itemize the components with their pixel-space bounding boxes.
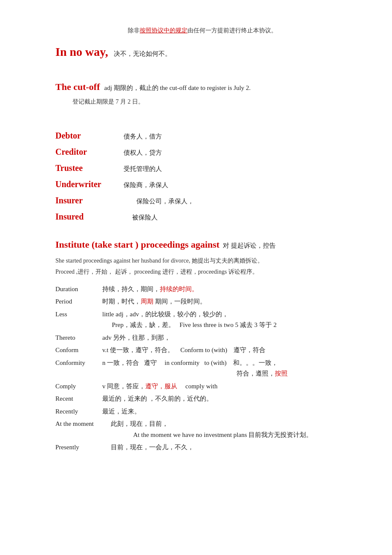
vocab-creditor-zh: 债权人，贷方: [124, 147, 162, 159]
dict-duration-key: Duration: [55, 284, 102, 295]
dict-conformity: Conformity n 一致，符合 遵守 in conformity to (…: [55, 358, 349, 379]
vocab-creditor-en: Creditor: [55, 145, 124, 159]
dict-period: Period 时期，时代，周期 期间，一段时间。: [55, 296, 349, 307]
phrase-cut-off-en: The cut-off: [55, 79, 100, 95]
dict-comply-red2: 服从: [164, 383, 177, 390]
vocab-underwriter-en: Underwriter: [55, 177, 124, 191]
phrase-cut-off-def: adj 期限的，截止的 the cut-off date to register…: [104, 83, 251, 94]
phrase-cut-off: The cut-off adj 期限的，截止的 the cut-off date…: [55, 79, 349, 107]
dict-less-val: little adj，adv，的比较级，较小的，较少的， Prep，减去，缺，差…: [102, 309, 349, 331]
vocab-debtor: Debtor 债务人，借方: [55, 128, 349, 143]
vocab-debtor-en: Debtor: [55, 128, 124, 143]
vocab-trustee: Trustee 受托管理的人: [55, 161, 349, 175]
dict-at-the-moment-key: At the moment: [55, 419, 111, 430]
dict-recent-val: 最近的，近来的 ，不久前的，近代的。: [102, 393, 349, 405]
dict-at-the-moment-val: 此刻，现在，目前， At the moment we have no inves…: [111, 419, 349, 440]
vocab-insurer-en: Insurer: [55, 193, 124, 208]
institute-example1: She started proceedings against her husb…: [55, 256, 349, 266]
vocab-trustee-en: Trustee: [55, 161, 124, 175]
dict-recent: Recent 最近的，近来的 ，不久前的，近代的。: [55, 393, 349, 405]
dict-presently-val: 目前，现在，一会儿，不久，: [111, 442, 349, 453]
vocab-underwriter-zh: 保险商，承保人: [124, 180, 168, 191]
top-note-link: 按照协议中的规定: [140, 27, 187, 34]
vocab-list: Debtor 债务人，借方 Creditor 债权人，贷方 Trustee 受托…: [55, 128, 349, 224]
top-note-suffix: 由任何一方提前进行终止本协议。: [187, 27, 277, 34]
dict-conform-key: Conform: [55, 345, 102, 356]
vocab-insured-en: Insured: [55, 209, 124, 224]
vocab-trustee-zh: 受托管理的人: [124, 164, 162, 175]
dict-thereto-key: Thereto: [55, 332, 102, 344]
dict-conform: Conform v.t 使一致，遵守，符合。 Conform to (with)…: [55, 345, 349, 356]
vocab-debtor-zh: 债务人，借方: [124, 131, 162, 142]
vocab-insurer-zh: 保险公司，承保人，: [136, 196, 194, 207]
top-note-prefix: 除非: [128, 27, 140, 34]
dict-recent-key: Recent: [55, 393, 102, 405]
dict-list: Duration 持续，持久，期间，持续的时间。 Period 时期，时代，周期…: [55, 284, 349, 453]
dict-at-the-moment: At the moment 此刻，现在，目前， At the moment we…: [55, 419, 349, 440]
institute-block: Institute (take start ) proceedings agai…: [55, 237, 349, 277]
dict-period-val: 时期，时代，周期 期间，一段时间。: [102, 296, 349, 307]
vocab-underwriter: Underwriter 保险商，承保人: [55, 177, 349, 191]
dict-conformity-key: Conformity: [55, 358, 102, 369]
dict-recently: Recently 最近，近来。: [55, 406, 349, 417]
phrase-in-no-way-en: In no way,: [55, 45, 108, 58]
vocab-creditor: Creditor 债权人，贷方: [55, 145, 349, 159]
vocab-insured: Insured 被保险人: [55, 209, 349, 224]
vocab-insured-zh: 被保险人: [132, 212, 158, 223]
dict-duration-val: 持续，持久，期间，持续的时间。: [102, 284, 349, 295]
dict-conform-val: v.t 使一致，遵守，符合。 Conform to (with) 遵守，符合: [102, 345, 349, 356]
vocab-insurer: Insurer 保险公司，承保人，: [55, 193, 349, 208]
dict-recently-key: Recently: [55, 406, 102, 417]
dict-duration: Duration 持续，持久，期间，持续的时间。: [55, 284, 349, 295]
dict-thereto-val: adv 另外，往那，到那，: [102, 332, 349, 344]
dict-period-key: Period: [55, 296, 102, 307]
phrase-in-no-way: In no way, 决不，无论如何不。: [55, 42, 349, 62]
dict-period-red: 周期: [141, 298, 153, 305]
dict-comply-val: v 同意，答应，遵守，服从 comply with: [102, 381, 349, 392]
dict-presently: Presently 目前，现在，一会儿，不久，: [55, 442, 349, 453]
dict-less: Less little adj，adv，的比较级，较小的，较少的， Prep，减…: [55, 309, 349, 331]
institute-def: 对 提起诉讼，控告: [223, 240, 276, 251]
institute-note1: Proceed ,进行，开始， 起诉， proceeding 进行，进程，pro…: [55, 267, 349, 277]
dict-duration-red: 持续的时间。: [160, 286, 198, 292]
dict-presently-key: Presently: [55, 442, 111, 453]
phrase-in-no-way-zh: 决不，无论如何不。: [114, 50, 171, 57]
dict-comply-key: Comply: [55, 381, 102, 392]
top-note: 除非按照协议中的规定由任何一方提前进行终止本协议。: [55, 26, 349, 36]
institute-title: Institute (take start ) proceedings agai…: [55, 237, 219, 252]
dict-recently-val: 最近，近来。: [102, 406, 349, 417]
dict-less-key: Less: [55, 309, 102, 320]
dict-comply-red1: 遵守，: [145, 383, 164, 390]
dict-thereto: Thereto adv 另外，往那，到那，: [55, 332, 349, 344]
dict-conformity-red: 按照: [275, 370, 288, 377]
dict-conformity-val: n 一致，符合 遵守 in conformity to (with) 和。。。一…: [102, 358, 349, 379]
phrase-cut-off-example-zh: 登记截止期限是 7 月 2 日。: [72, 97, 349, 107]
dict-comply: Comply v 同意，答应，遵守，服从 comply with: [55, 381, 349, 392]
